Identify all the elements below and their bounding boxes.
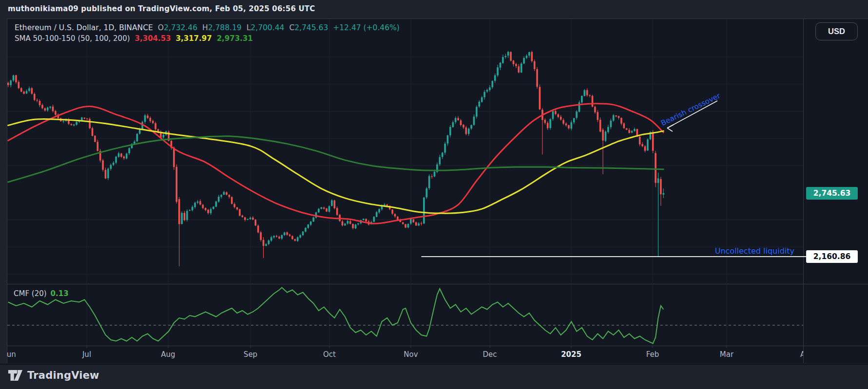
ohlc-open-value: 2,732.46 <box>164 23 197 32</box>
change-value: +12.47 (+0.46%) <box>333 23 400 32</box>
tradingview-logo[interactable]: TradingView <box>8 369 99 382</box>
sma100-value: 3,317.97 <box>176 34 212 43</box>
cmf-value: 0.13 <box>51 289 69 298</box>
footer-bar <box>0 364 868 389</box>
cmf-legend[interactable]: CMF (20)0.13 <box>14 289 69 298</box>
level-price-badge: 2,160.86 <box>806 250 858 263</box>
time-axis-label: Feb <box>646 350 659 359</box>
cmf-line <box>8 288 664 344</box>
uncollected-liquidity-note: Uncollected liquidity <box>697 246 794 256</box>
publish-header: muthonikiama09 published on TradingView.… <box>8 4 315 13</box>
time-axis-label: Jul <box>82 350 91 359</box>
price-axis[interactable]: 4,000.003,750.003,500.003,250.003,000.00… <box>803 19 868 346</box>
time-axis-label: Mar <box>720 350 733 359</box>
ohlc-high-value: 2,788.19 <box>208 23 242 32</box>
sma-legend[interactable]: SMA 50-100-150 (50, 100, 200)3,304.533,3… <box>15 34 253 43</box>
tradingview-logo-icon <box>8 369 23 382</box>
sma-lines <box>8 104 664 224</box>
ohlc-open-label: O <box>158 23 164 32</box>
chart-canvas[interactable] <box>0 0 868 389</box>
cmf-label[interactable]: CMF (20) <box>14 289 47 298</box>
sma-label[interactable]: SMA 50-100-150 (50, 100, 200) <box>15 34 130 43</box>
symbol-title[interactable]: Ethereum / U.S. Dollar, 1D, BINANCE <box>15 23 153 32</box>
time-axis-label: Jun <box>7 350 16 359</box>
tradingview-logo-text: TradingView <box>27 370 99 381</box>
time-axis-label: Nov <box>404 350 418 359</box>
sma200-value: 2,973.31 <box>217 34 253 43</box>
ohlc-close-value: 2,745.63 <box>294 23 328 32</box>
time-axis-label: Dec <box>482 350 497 359</box>
sma50-value: 3,304.53 <box>135 34 171 43</box>
tradingview-snapshot: { "header": {"publish_line": "muthonikia… <box>0 0 868 389</box>
time-axis-label: Sep <box>244 350 257 359</box>
currency-toggle-button[interactable]: USD <box>815 22 858 40</box>
time-axis-label: 2025 <box>561 350 581 359</box>
ohlc-high-label: H <box>202 23 208 32</box>
last-price-badge: 2,745.63 <box>806 187 858 200</box>
ohlc-close-label: C <box>289 23 294 32</box>
ohlc-low-value: 2,700.44 <box>251 23 284 32</box>
symbol-legend[interactable]: Ethereum / U.S. Dollar, 1D, BINANCEO2,73… <box>15 23 400 32</box>
time-axis-label: Oct <box>323 350 336 359</box>
time-axis[interactable]: JunJulAugSepOctNovDec2025FebMarApr <box>7 346 803 363</box>
grid <box>7 19 803 346</box>
candlestick-series[interactable] <box>7 51 664 266</box>
time-axis-label: Aug <box>161 350 175 359</box>
time-axis-label: Apr <box>800 350 803 359</box>
